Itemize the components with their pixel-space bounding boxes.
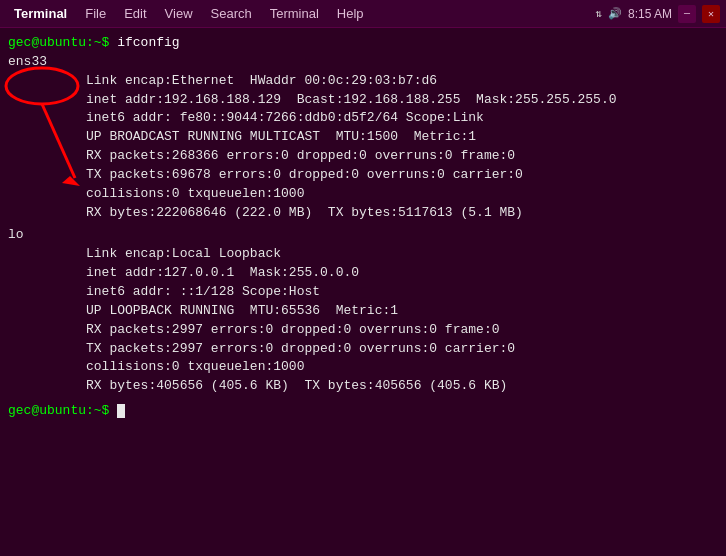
terminal-area: gec@ubuntu:~$ ifconfig ens33 Link encap:… [0,28,726,556]
menu-edit[interactable]: Edit [116,4,154,23]
lo-line-8: RX bytes:405656 (405.6 KB) TX bytes:4056… [8,377,718,396]
close-button[interactable]: ✕ [702,5,720,23]
prompt-2: gec@ubuntu:~$ [8,403,117,418]
menu-help[interactable]: Help [329,4,372,23]
menu-terminal2[interactable]: Terminal [262,4,327,23]
lo-line-7: collisions:0 txqueuelen:1000 [8,358,718,377]
network-icon: ⇅ [595,7,602,20]
lo-line-6: TX packets:2997 errors:0 dropped:0 overr… [8,340,718,359]
titlebar-controls: ⇅ 🔊 8:15 AM — ✕ [595,5,720,23]
interface-block-lo: lo Link encap:Local Loopback inet addr:1… [8,226,718,396]
lo-line-1: Link encap:Local Loopback [8,245,718,264]
menu-file[interactable]: File [77,4,114,23]
prompt-1: gec@ubuntu:~$ [8,35,117,50]
iface-name-lo: lo [8,226,718,245]
cursor [117,404,125,418]
lo-line-2: inet addr:127.0.0.1 Mask:255.0.0.0 [8,264,718,283]
iface-name-ens33: ens33 [8,53,718,72]
command-1: ifconfig [117,35,179,50]
ens33-line-2: inet addr:192.168.188.129 Bcast:192.168.… [8,91,718,110]
ens33-line-3: inet6 addr: fe80::9044:7266:ddb0:d5f2/64… [8,109,718,128]
menu-terminal[interactable]: Terminal [6,4,75,23]
ens33-line-1: Link encap:Ethernet HWaddr 00:0c:29:03:b… [8,72,718,91]
lo-line-4: UP LOOPBACK RUNNING MTU:65536 Metric:1 [8,302,718,321]
command-line-2: gec@ubuntu:~$ [8,402,718,421]
ens33-line-7: collisions:0 txqueuelen:1000 [8,185,718,204]
menu-bar[interactable]: Terminal File Edit View Search Terminal … [6,4,372,23]
interface-block-ens33: ens33 Link encap:Ethernet HWaddr 00:0c:2… [8,53,718,223]
lo-line-3: inet6 addr: ::1/128 Scope:Host [8,283,718,302]
clock: 8:15 AM [628,7,672,21]
ens33-line-6: TX packets:69678 errors:0 dropped:0 over… [8,166,718,185]
menu-view[interactable]: View [157,4,201,23]
menu-search[interactable]: Search [203,4,260,23]
volume-icon: 🔊 [608,7,622,20]
ens33-line-4: UP BROADCAST RUNNING MULTICAST MTU:1500 … [8,128,718,147]
ens33-line-8: RX bytes:222068646 (222.0 MB) TX bytes:5… [8,204,718,223]
command-line-1: gec@ubuntu:~$ ifconfig [8,34,718,53]
ens33-line-5: RX packets:268366 errors:0 dropped:0 ove… [8,147,718,166]
titlebar: Terminal File Edit View Search Terminal … [0,0,726,28]
minimize-button[interactable]: — [678,5,696,23]
lo-line-5: RX packets:2997 errors:0 dropped:0 overr… [8,321,718,340]
